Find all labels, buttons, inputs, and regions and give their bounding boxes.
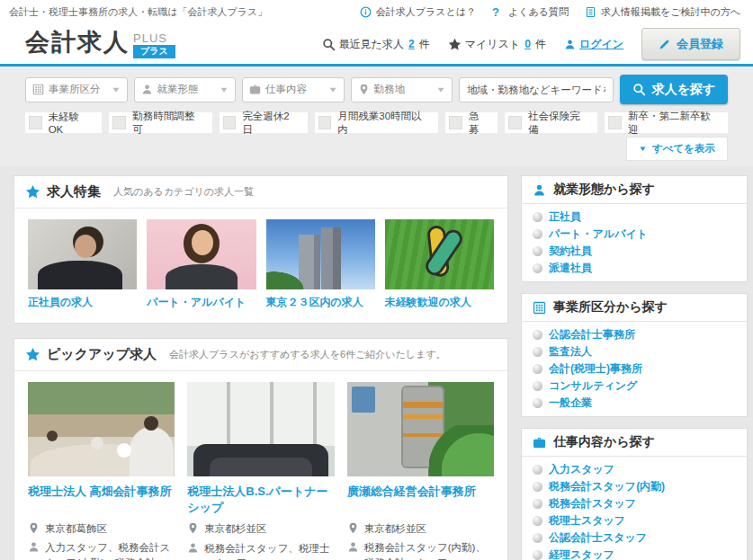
pickup-jobs-title: ピックアップ求人	[47, 346, 157, 363]
featured-jobs-section: 求人特集 人気のあるカテゴリの求人一覧 正社員の求人パート・アルバイト東京２３区…	[13, 175, 508, 324]
office-photo[interactable]	[347, 382, 494, 476]
filter-chip-5[interactable]: 社会保険完備	[505, 112, 597, 133]
search-icon	[632, 83, 646, 96]
job-card-0[interactable]: 税理士法人 高畑会計事務所東京都葛飾区入力スタッフ、税務会計スタッフ(内勤)、税…	[28, 382, 175, 560]
person-icon	[141, 84, 153, 95]
main-content: 求人特集 人気のあるカテゴリの求人一覧 正社員の求人パート・アルバイト東京２３区…	[0, 166, 753, 560]
checkbox[interactable]	[508, 116, 522, 129]
job-card-2[interactable]: 廣瀬総合経営会計事務所東京都杉並区税務会計スタッフ(内勤)、税務会計スタッフ正社…	[347, 382, 494, 560]
filter-chip-2[interactable]: 完全週休2日	[220, 112, 308, 133]
job-roles: 入力スタッフ、税務会計スタッフ(内勤)、税務会計ス…	[45, 540, 175, 560]
dining-photo[interactable]	[28, 382, 175, 476]
checkbox[interactable]	[608, 116, 622, 129]
recent-jobs-link[interactable]: 最近見た求人2件	[322, 37, 430, 52]
bullet-icon	[533, 246, 542, 256]
bullet-icon	[533, 550, 542, 560]
dropdown-employment-type[interactable]: 就業形態	[134, 77, 237, 102]
recent-jobs-label: 最近見た求人	[339, 37, 404, 52]
quick-filter-row: 未経験OK勤務時間調整可完全週休2日月間残業30時間以内急募社会保険完備新卒・第…	[25, 112, 728, 133]
checkbox[interactable]	[223, 116, 237, 129]
filter-chip-4[interactable]: 急募	[445, 112, 498, 133]
feature-card-label[interactable]: 東京２３区内の求人	[266, 296, 375, 310]
filter-chip-3[interactable]: 月間残業30時間以内	[315, 112, 439, 133]
dropdown-job-content[interactable]: 仕事内容	[242, 77, 345, 102]
sidebar-link[interactable]: 入力スタッフ	[533, 461, 736, 478]
briefcase-icon	[249, 84, 261, 95]
bullet-icon	[533, 263, 542, 273]
chevron-down-icon	[328, 85, 337, 94]
feature-card-label[interactable]: 未経験歓迎の求人	[385, 296, 494, 310]
dropdown-label: 勤務地	[374, 83, 406, 96]
chevron-down-icon	[436, 85, 445, 94]
filter-chip-0[interactable]: 未経験OK	[25, 112, 102, 133]
topbar-link-2[interactable]: 求人情報掲載をご検討中の方へ	[585, 5, 740, 19]
checkbox[interactable]	[112, 116, 126, 129]
sidebar-box-2: 仕事内容から探す入力スタッフ税務会計スタッフ(内勤)税務会計スタッフ税理士スタッ…	[521, 428, 748, 560]
job-card-1[interactable]: 税理士法人B.S.パートナーシップ東京都杉並区税務会計スタッフ、税理士スタッフ正…	[187, 382, 334, 560]
job-location: 東京都杉並区	[364, 521, 426, 537]
mylist-count[interactable]: 0	[524, 38, 532, 50]
chevron-down-icon	[112, 85, 121, 94]
group-photo[interactable]	[187, 382, 334, 476]
sidebar-link[interactable]: 派遣社員	[533, 260, 736, 277]
feature-card-label[interactable]: パート・アルバイト	[147, 296, 255, 310]
sidebar-link[interactable]: 契約社員	[533, 243, 736, 260]
job-title[interactable]: 税理士法人B.S.パートナーシップ	[187, 484, 334, 516]
utility-links: 会計求人プラスとは？?よくある質問求人情報掲載をご検討中の方へ	[360, 5, 740, 19]
filter-chip-label: 急募	[469, 110, 489, 137]
login-link[interactable]: ログイン	[564, 37, 623, 52]
sidebar-link[interactable]: 税理士スタッフ	[533, 512, 736, 529]
filter-chip-1[interactable]: 勤務時間調整可	[109, 112, 211, 133]
site-logo[interactable]: 会計求人 PLUS プラス	[25, 30, 175, 58]
filter-chip-label: 勤務時間調整可	[132, 110, 202, 137]
topbar-link-label: 会計求人プラスとは？	[376, 5, 476, 19]
show-all-label: すべてを表示	[652, 142, 715, 156]
search-jobs-button[interactable]: 求人を探す	[620, 75, 728, 104]
register-button[interactable]: 会員登録	[641, 28, 740, 60]
star-icon	[448, 38, 462, 51]
dropdown-office-type[interactable]: 事業所区分	[25, 77, 128, 102]
mylist-link[interactable]: マイリスト0件	[448, 37, 546, 52]
bullet-icon	[533, 398, 542, 408]
sidebar-link[interactable]: 税務会計スタッフ(内勤)	[533, 478, 736, 495]
tokyo-photo[interactable]	[266, 219, 375, 289]
sidebar-link[interactable]: 会計(税理士)事務所	[533, 360, 736, 378]
dropdown-label: 事業所区分	[49, 83, 101, 96]
show-all-filters-button[interactable]: すべてを表示	[626, 137, 728, 161]
logo-sub: PLUS プラス	[133, 32, 175, 58]
beginner-photo[interactable]	[385, 219, 494, 289]
checkbox[interactable]	[29, 116, 42, 129]
question-icon: ?	[492, 6, 504, 18]
pin-icon	[347, 522, 359, 534]
sidebar-link[interactable]: 一般企業	[533, 395, 736, 412]
sidebar-link[interactable]: パート・アルバイト	[533, 226, 736, 243]
keyword-search-input[interactable]	[459, 77, 614, 102]
businessman-photo[interactable]	[28, 219, 137, 289]
topbar-link-1[interactable]: ?よくある質問	[492, 5, 569, 19]
sidebar-box-title: 仕事内容から探す	[522, 429, 747, 457]
feature-card-2[interactable]: 東京２３区内の求人	[266, 219, 375, 310]
checkbox[interactable]	[449, 116, 462, 129]
sidebar-link[interactable]: 正社員	[533, 209, 736, 226]
sidebar-link[interactable]: 公認会計士スタッフ	[533, 529, 736, 547]
sidebar-link[interactable]: 監査法人	[533, 343, 736, 360]
filter-chip-6[interactable]: 新卒・第二新卒歓迎	[605, 112, 728, 133]
businesswoman-photo[interactable]	[147, 219, 255, 289]
checkbox[interactable]	[318, 116, 332, 129]
topbar-link-0[interactable]: 会計求人プラスとは？	[360, 5, 476, 19]
dropdown-location[interactable]: 勤務地	[351, 77, 453, 102]
job-location: 東京都葛飾区	[45, 521, 107, 537]
site-tagline: 会計士・税理士事務所の求人・転職は「会計求人プラス」	[9, 5, 267, 19]
feature-card-0[interactable]: 正社員の求人	[28, 219, 137, 310]
job-title[interactable]: 廣瀬総合経営会計事務所	[347, 484, 494, 516]
job-title[interactable]: 税理士法人 高畑会計事務所	[28, 484, 175, 516]
person-icon	[187, 542, 199, 554]
sidebar-link[interactable]: コンサルティング	[533, 378, 736, 395]
feature-card-1[interactable]: パート・アルバイト	[147, 219, 255, 310]
sidebar-link[interactable]: 経理スタッフ	[533, 547, 736, 560]
recent-jobs-count[interactable]: 2	[408, 38, 416, 50]
feature-card-3[interactable]: 未経験歓迎の求人	[385, 219, 494, 310]
sidebar-link[interactable]: 公認会計士事務所	[533, 326, 736, 343]
sidebar-link[interactable]: 税務会計スタッフ	[533, 495, 736, 512]
feature-card-label[interactable]: 正社員の求人	[28, 296, 137, 310]
